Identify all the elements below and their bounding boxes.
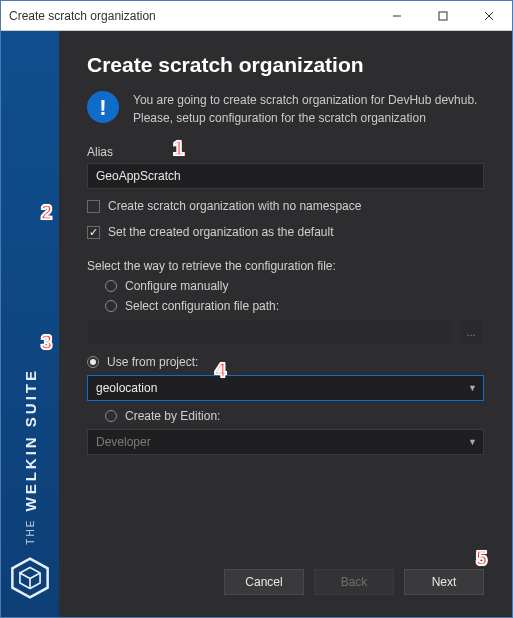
project-combo[interactable]: geolocation ▼ [87, 375, 484, 401]
brand-text: THE WELKIN SUITE [22, 368, 39, 545]
radio-configure-manually-label: Configure manually [125, 279, 228, 293]
radio-use-from-project-label: Use from project: [107, 355, 198, 369]
brand-logo-icon [9, 557, 51, 599]
browse-button[interactable]: ... [458, 319, 484, 345]
content-panel: 1 2 3 4 5 Create scratch organization ! … [59, 31, 512, 617]
brand-sidebar: THE WELKIN SUITE [1, 31, 59, 617]
intro-line-1: You are going to create scratch organiza… [133, 91, 477, 109]
window-title: Create scratch organization [9, 9, 156, 23]
project-combo-value: geolocation [96, 381, 157, 395]
radio-select-path[interactable]: Select configuration file path: [105, 299, 484, 313]
next-button[interactable]: Next [404, 569, 484, 595]
checkbox-set-default[interactable]: Set the created organization as the defa… [87, 225, 484, 239]
checkbox-no-namespace[interactable]: Create scratch organization with no name… [87, 199, 484, 213]
maximize-button[interactable] [420, 1, 466, 31]
edition-combo-value: Developer [96, 435, 151, 449]
close-button[interactable] [466, 1, 512, 31]
dialog-footer: Cancel Back Next [87, 549, 484, 617]
radio-configure-manually[interactable]: Configure manually [105, 279, 484, 293]
edition-combo[interactable]: Developer ▼ [87, 429, 484, 455]
checkbox-no-namespace-label: Create scratch organization with no name… [108, 199, 361, 213]
page-title: Create scratch organization [87, 53, 484, 77]
checkbox-set-default-label: Set the created organization as the defa… [108, 225, 334, 239]
back-button: Back [314, 569, 394, 595]
config-path-input[interactable] [87, 319, 454, 345]
radio-dot-icon [105, 280, 117, 292]
cancel-button[interactable]: Cancel [224, 569, 304, 595]
minimize-button[interactable] [374, 1, 420, 31]
intro-block: ! You are going to create scratch organi… [87, 91, 484, 127]
radio-dot-icon [105, 410, 117, 422]
dialog-window: Create scratch organization THE WELKIN S… [0, 0, 513, 618]
radio-dot-icon [87, 356, 99, 368]
svg-rect-1 [439, 12, 447, 20]
checkbox-box-icon [87, 226, 100, 239]
retrieve-heading: Select the way to retrieve the configura… [87, 259, 484, 273]
chevron-down-icon: ▼ [468, 437, 477, 447]
radio-create-by-edition-label: Create by Edition: [125, 409, 220, 423]
chevron-down-icon: ▼ [468, 383, 477, 393]
intro-line-2: Please, setup configuration for the scra… [133, 109, 477, 127]
alias-label: Alias [87, 145, 484, 159]
info-icon: ! [87, 91, 119, 123]
radio-select-path-label: Select configuration file path: [125, 299, 279, 313]
alias-input[interactable] [87, 163, 484, 189]
checkbox-box-icon [87, 200, 100, 213]
radio-dot-icon [105, 300, 117, 312]
titlebar: Create scratch organization [1, 1, 512, 31]
radio-create-by-edition[interactable]: Create by Edition: [105, 409, 484, 423]
radio-use-from-project[interactable]: Use from project: [87, 355, 484, 369]
